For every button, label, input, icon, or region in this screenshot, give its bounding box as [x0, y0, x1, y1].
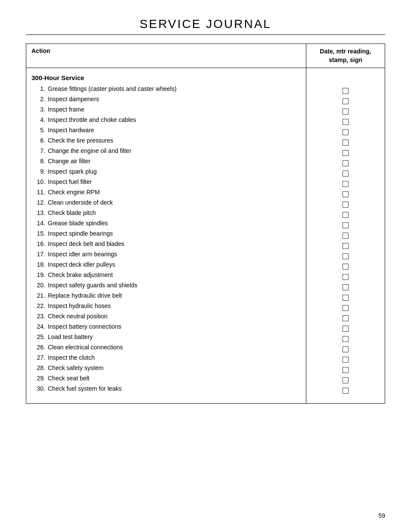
item-number: 22.	[31, 302, 48, 309]
checkbox-box[interactable]	[342, 212, 349, 218]
checkbox-box[interactable]	[342, 119, 349, 125]
list-item: 27.Inspect the clutch	[31, 353, 301, 362]
checkbox-box[interactable]	[342, 191, 349, 197]
item-text: Inspect throttle and choke cables	[48, 116, 301, 123]
checkbox-box[interactable]	[342, 346, 349, 352]
item-number: 25.	[31, 333, 48, 340]
checkbox-box[interactable]	[342, 264, 349, 270]
list-item: 29.Check seat belt	[31, 373, 301, 383]
checklist-container: 1.Grease fittings (caster pivots and cas…	[31, 84, 301, 393]
list-item: 17.Inspect idler arm bearings	[31, 249, 301, 259]
item-number: 16.	[31, 240, 48, 247]
item-text: Check the tire pressures	[48, 137, 301, 144]
list-item: 12.Clean underside of deck	[31, 198, 301, 207]
checkbox-item	[311, 210, 380, 220]
service-journal-table: Action Date, mtr reading, stamp, sign 30…	[26, 44, 385, 404]
list-item: 26.Clean electrical connections	[31, 342, 301, 352]
checkbox-box[interactable]	[342, 274, 349, 280]
item-number: 23.	[31, 313, 48, 320]
item-number: 30.	[31, 385, 48, 392]
list-item: 3.Inspect frame	[31, 105, 301, 114]
item-number: 28.	[31, 364, 48, 371]
checkbox-box[interactable]	[342, 233, 349, 239]
checkbox-item	[311, 190, 380, 199]
item-number: 12.	[31, 199, 48, 206]
item-text: Inspect hydraulic hoses	[48, 302, 301, 309]
checkbox-box[interactable]	[342, 326, 349, 332]
checkbox-box[interactable]	[342, 109, 349, 115]
checkbox-box[interactable]	[342, 357, 349, 363]
item-text: Inspect battery connections	[48, 323, 301, 330]
checkbox-item	[311, 169, 380, 178]
checkbox-box[interactable]	[342, 295, 349, 301]
checkbox-box[interactable]	[342, 315, 349, 321]
checkbox-item	[311, 128, 380, 137]
checkbox-box[interactable]	[342, 336, 349, 342]
item-text: Inspect spindle bearings	[48, 230, 301, 237]
item-number: 20.	[31, 282, 48, 289]
item-number: 11.	[31, 189, 48, 196]
list-item: 19.Check brake adjustment	[31, 270, 301, 280]
item-text: Check neutral position	[48, 313, 301, 320]
checkbox-box[interactable]	[342, 388, 349, 394]
checkbox-item	[311, 231, 380, 240]
list-item: 10.Inspect fuel filter	[31, 177, 301, 187]
item-text: Inspect the clutch	[48, 354, 301, 361]
item-text: Check brake adjustment	[48, 271, 301, 278]
checkbox-item	[311, 303, 380, 313]
action-cell: 300-Hour Service 1.Grease fittings (cast…	[26, 68, 306, 404]
checkbox-box[interactable]	[342, 253, 349, 259]
checkbox-box[interactable]	[342, 160, 349, 166]
checkbox-box[interactable]	[342, 171, 349, 177]
item-number: 15.	[31, 230, 48, 237]
checkbox-box[interactable]	[342, 222, 349, 228]
checkbox-box[interactable]	[342, 202, 349, 208]
checkbox-box[interactable]	[342, 150, 349, 156]
item-number: 5.	[31, 127, 48, 134]
checkbox-box[interactable]	[342, 98, 349, 104]
item-text: Check safety system	[48, 364, 301, 371]
checkbox-box[interactable]	[342, 181, 349, 187]
checkbox-box[interactable]	[342, 129, 349, 135]
checkbox-item	[311, 262, 380, 271]
list-item: 25.Load test battery	[31, 332, 301, 342]
checkbox-item	[311, 355, 380, 364]
checkbox-item	[311, 283, 380, 292]
checkbox-item	[311, 200, 380, 209]
page-title: SERVICE JOURNAL	[26, 17, 385, 31]
item-number: 18.	[31, 261, 48, 268]
item-text: Change air filter	[48, 158, 301, 165]
item-text: Check fuel system for leaks	[48, 385, 301, 392]
item-number: 7.	[31, 147, 48, 154]
item-number: 26.	[31, 344, 48, 351]
list-item: 18.Inspect deck idler pulleys	[31, 260, 301, 269]
list-item: 24.Inspect battery connections	[31, 322, 301, 331]
action-column-header: Action	[26, 44, 306, 68]
list-item: 9.Inspect spark plug	[31, 167, 301, 176]
checkbox-box[interactable]	[342, 88, 349, 94]
list-item: 6.Check the tire pressures	[31, 136, 301, 145]
item-number: 21.	[31, 292, 48, 299]
checkbox-box[interactable]	[342, 243, 349, 249]
checkbox-item	[311, 365, 380, 375]
item-number: 17.	[31, 251, 48, 258]
checkbox-item	[311, 314, 380, 323]
checkbox-box[interactable]	[342, 377, 349, 383]
list-item: 11.Check engine RPM	[31, 187, 301, 197]
list-item: 22.Inspect hydraulic hoses	[31, 301, 301, 311]
list-item: 1.Grease fittings (caster pivots and cas…	[31, 84, 301, 93]
checkbox-box[interactable]	[342, 367, 349, 373]
list-item: 4.Inspect throttle and choke cables	[31, 115, 301, 124]
item-number: 6.	[31, 137, 48, 144]
checkbox-box[interactable]	[342, 305, 349, 311]
item-number: 24.	[31, 323, 48, 330]
item-text: Inspect spark plug	[48, 168, 301, 175]
list-item: 21.Replace hydraulic drive belt	[31, 291, 301, 300]
checkbox-item	[311, 159, 380, 168]
checkbox-box[interactable]	[342, 284, 349, 290]
item-text: Load test battery	[48, 333, 301, 340]
list-item: 28.Check safety system	[31, 363, 301, 373]
item-text: Inspect safety guards and shields	[48, 282, 301, 289]
item-text: Inspect deck idler pulleys	[48, 261, 301, 268]
checkbox-box[interactable]	[342, 140, 349, 146]
